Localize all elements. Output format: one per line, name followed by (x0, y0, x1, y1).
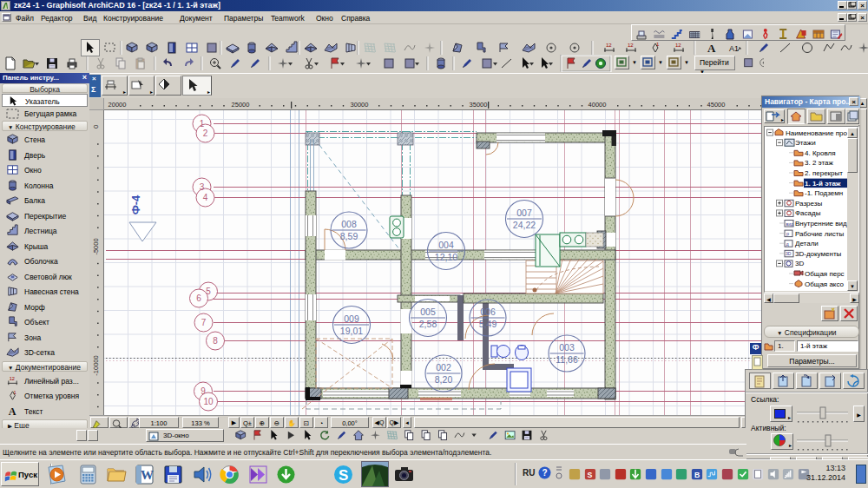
svg-text:30000: 30000 (351, 101, 369, 109)
svg-text:2,58: 2,58 (419, 319, 437, 329)
svg-text:008: 008 (341, 219, 357, 229)
svg-text:12: 12 (10, 376, 15, 381)
svg-text:Наименование прое: Наименование прое (786, 129, 849, 137)
svg-text:009: 009 (344, 313, 359, 324)
svg-text:-1. Подземн: -1. Подземн (805, 189, 843, 197)
svg-text:-5000: -5000 (92, 238, 100, 254)
svg-text:4. Кровля: 4. Кровля (805, 149, 836, 157)
svg-text:W: W (141, 468, 154, 482)
svg-text:9: 9 (201, 386, 206, 396)
svg-text:20000: 20000 (108, 101, 127, 109)
svg-text:8,59: 8,59 (340, 231, 358, 241)
svg-text:3D: 3D (786, 251, 792, 256)
svg-text:?: ? (542, 468, 548, 478)
svg-text:A: A (9, 406, 16, 418)
svg-text:12,10: 12,10 (435, 252, 457, 262)
svg-text:4: 4 (203, 193, 208, 202)
svg-text:002: 002 (436, 362, 451, 373)
svg-text:12: 12 (606, 43, 612, 48)
svg-text:р: р (786, 231, 789, 236)
svg-text:Детали: Детали (795, 240, 819, 247)
svg-text:A1: A1 (729, 44, 739, 53)
svg-text:8,20: 8,20 (435, 374, 453, 385)
svg-text:11,66: 11,66 (556, 354, 578, 365)
svg-text:3. 2 этаж: 3. 2 этаж (805, 159, 833, 167)
svg-text:Разрезы: Разрезы (795, 200, 822, 208)
svg-text:004: 004 (438, 240, 454, 250)
svg-text:006: 006 (480, 307, 496, 317)
svg-text:2. перекрыт: 2. перекрыт (805, 169, 843, 177)
svg-text:8: 8 (213, 336, 218, 346)
svg-text:10: 10 (203, 397, 214, 406)
svg-text:Ф-4: Ф-4 (129, 195, 142, 214)
svg-text:003: 003 (559, 342, 575, 353)
svg-text:A: A (707, 42, 716, 55)
svg-text:Рабочие листы: Рабочие листы (795, 230, 844, 238)
svg-text:Этажи: Этажи (795, 139, 816, 147)
svg-text:0: 0 (92, 125, 100, 129)
svg-text:-10000: -10000 (92, 355, 100, 375)
svg-text:35000: 35000 (470, 101, 488, 109)
svg-text:45000: 45000 (707, 101, 726, 109)
svg-text:5: 5 (206, 287, 211, 296)
svg-text:5,49: 5,49 (479, 319, 497, 329)
svg-text:007: 007 (516, 208, 532, 218)
svg-text:Общая аксо: Общая аксо (805, 280, 845, 288)
svg-text:40000: 40000 (589, 101, 607, 109)
svg-text:S: S (587, 471, 592, 479)
svg-text:12: 12 (628, 43, 634, 48)
svg-text:1. 1-й этаж: 1. 1-й этаж (805, 180, 841, 188)
svg-text:Общая перс: Общая перс (805, 270, 845, 278)
svg-text:2: 2 (203, 129, 208, 138)
svg-text:B: B (694, 471, 700, 479)
svg-text:7: 7 (201, 318, 207, 327)
svg-text:3D: 3D (795, 260, 804, 267)
svg-text:3: 3 (200, 182, 205, 192)
svg-text:1: 1 (13, 390, 16, 395)
svg-text:005: 005 (420, 307, 436, 317)
svg-text:12: 12 (675, 43, 681, 48)
svg-text:Внутренние вид: Внутренние вид (795, 220, 847, 228)
svg-text:24,22: 24,22 (513, 220, 536, 230)
svg-text:25000: 25000 (232, 101, 250, 109)
svg-text:19,01: 19,01 (340, 326, 363, 336)
svg-text:3D-документы: 3D-документы (795, 250, 842, 258)
svg-text:Фасады: Фасады (795, 209, 821, 217)
svg-text:1: 1 (200, 119, 205, 129)
svg-text:6: 6 (196, 293, 201, 303)
svg-text:S: S (339, 467, 348, 484)
svg-text:1: 1 (656, 42, 660, 47)
svg-text:вид: вид (786, 221, 793, 227)
